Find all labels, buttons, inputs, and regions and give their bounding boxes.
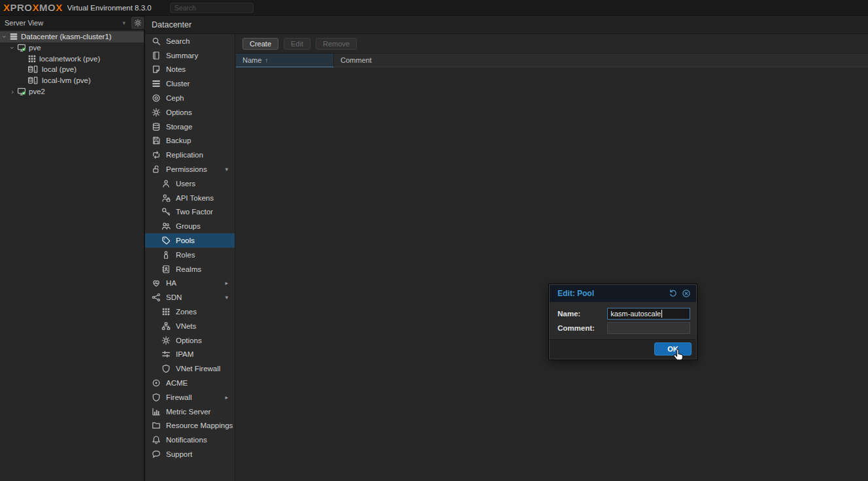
- name-field-label: Name:: [558, 310, 607, 318]
- nav-item-vnet-firewall[interactable]: VNet Firewall: [145, 361, 235, 376]
- tree-expander-icon[interactable]: ›: [9, 88, 16, 95]
- nav-item-label: Resource Mappings: [166, 422, 233, 429]
- nav-item-roles[interactable]: Roles: [145, 248, 235, 262]
- nav-item-label: Pools: [176, 237, 195, 244]
- ipam-icon: [161, 350, 171, 359]
- tree-item[interactable]: localnetwork (pve): [0, 53, 144, 64]
- resource-tree: ›Datacenter (kasm-cluster1)›pvelocalnetw…: [0, 30, 145, 481]
- nav-item-label: Support: [166, 450, 192, 458]
- pools-toolbar: CreateEditRemove: [236, 34, 868, 53]
- nav-item-vnets[interactable]: VNets: [145, 319, 235, 333]
- vnets-icon: [161, 322, 171, 331]
- proxmox-logo: XPROXMOX: [3, 2, 63, 13]
- column-header-label: Name: [242, 56, 261, 64]
- tree-expander-icon[interactable]: ›: [8, 44, 16, 51]
- nav-item-firewall[interactable]: Firewall▸: [145, 390, 235, 405]
- column-header-comment[interactable]: Comment: [334, 54, 868, 67]
- view-selector-bar: Server View ▾: [0, 16, 145, 30]
- nav-item-label: Search: [166, 37, 190, 45]
- options-icon: [152, 108, 161, 117]
- nav-item-label: HA: [166, 279, 176, 287]
- nav-item-resource-mappings[interactable]: Resource Mappings: [145, 419, 235, 433]
- section-title-bar: Datacenter: [145, 16, 868, 34]
- nav-item-search[interactable]: Search: [145, 34, 235, 48]
- chevron-right-icon: ▸: [225, 394, 228, 401]
- nav-item-ipam[interactable]: IPAM: [145, 348, 235, 362]
- nav-item-api-tokens[interactable]: API Tokens: [145, 191, 235, 205]
- support-icon: [152, 450, 161, 459]
- nav-item-label: Backup: [166, 137, 191, 144]
- pools-content: CreateEditRemove Name↑Comment: [236, 34, 868, 481]
- nav-item-notifications[interactable]: Notifications: [145, 433, 235, 447]
- nav-item-label: Cluster: [166, 80, 190, 88]
- brand-letter: PRO: [10, 2, 33, 13]
- product-version-label: Virtual Environment 8.3.0: [67, 4, 152, 12]
- nav-item-permissions[interactable]: Permissions▾: [145, 162, 235, 176]
- nav-item-storage[interactable]: Storage: [145, 120, 235, 134]
- nav-item-backup[interactable]: Backup: [145, 134, 235, 148]
- chevron-down-icon: ▾: [225, 294, 228, 301]
- nav-item-label: Two Factor: [176, 208, 213, 216]
- name-field[interactable]: kasm-autoscale: [607, 308, 690, 320]
- global-search-input[interactable]: [170, 3, 254, 13]
- brand-letter: X: [56, 2, 63, 13]
- tree-item-label: Datacenter (kasm-cluster1): [21, 33, 112, 41]
- user-icon: [161, 179, 171, 188]
- two-factor-icon: [161, 207, 171, 216]
- nav-item-ha[interactable]: HA▸: [145, 276, 235, 291]
- dialog-title-bar[interactable]: Edit: Pool: [550, 285, 696, 302]
- nav-item-users[interactable]: Users: [145, 176, 235, 191]
- tree-settings-button[interactable]: [131, 17, 144, 29]
- name-field-value: kasm-autoscale: [610, 310, 661, 318]
- close-icon[interactable]: [682, 289, 691, 298]
- zones-icon: [161, 307, 171, 316]
- create-button[interactable]: Create: [242, 38, 278, 50]
- nav-item-label: Firewall: [166, 393, 192, 401]
- nav-item-ceph[interactable]: Ceph: [145, 91, 235, 105]
- nav-item-zones[interactable]: Zones: [145, 305, 235, 319]
- column-header-name[interactable]: Name↑: [236, 54, 334, 67]
- nav-item-sdn[interactable]: SDN▾: [145, 290, 235, 305]
- groups-icon: [161, 222, 171, 231]
- nav-item-label: Zones: [176, 308, 197, 316]
- search-icon: [152, 37, 161, 46]
- nav-item-notes[interactable]: Notes: [145, 63, 235, 77]
- nav-item-label: Options: [166, 108, 192, 116]
- undo-icon[interactable]: [669, 289, 678, 298]
- resource-mappings-icon: [152, 421, 161, 430]
- dialog-body: Name: kasm-autoscale Comment:: [550, 302, 696, 339]
- nav-item-label: Replication: [166, 151, 203, 159]
- tree-item-label: pve: [29, 44, 41, 52]
- metric-server-icon: [152, 407, 161, 416]
- tree-item[interactable]: local-lvm (pve): [0, 75, 144, 86]
- comment-field[interactable]: [607, 322, 690, 334]
- firewall-icon: [161, 364, 171, 373]
- nav-item-label: Realms: [176, 265, 201, 273]
- nav-item-label: Notes: [166, 65, 186, 73]
- top-bar: XPROXMOX Virtual Environment 8.3.0: [0, 0, 868, 16]
- nav-item-summary[interactable]: Summary: [145, 48, 235, 63]
- nav-item-options[interactable]: Options: [145, 105, 235, 120]
- nav-item-cluster[interactable]: Cluster: [145, 76, 235, 91]
- nav-item-label: VNets: [176, 322, 196, 330]
- nav-item-groups[interactable]: Groups: [145, 219, 235, 233]
- datacenter-icon: [9, 32, 18, 41]
- chevron-right-icon: ▸: [225, 280, 228, 286]
- tree-item[interactable]: ›pve2: [0, 86, 144, 97]
- nav-item-acme[interactable]: ACME: [145, 376, 235, 390]
- nav-item-realms[interactable]: Realms: [145, 262, 235, 276]
- tree-item[interactable]: ›Datacenter (kasm-cluster1): [0, 31, 144, 42]
- nav-item-pools[interactable]: Pools: [145, 233, 235, 248]
- nav-item-replication[interactable]: Replication: [145, 148, 235, 162]
- tree-item[interactable]: local (pve): [0, 64, 144, 75]
- nav-item-metric-server[interactable]: Metric Server: [145, 405, 235, 419]
- tree-item[interactable]: ›pve: [0, 42, 144, 54]
- nav-item-support[interactable]: Support: [145, 447, 235, 461]
- nav-item-label: SDN: [166, 293, 182, 301]
- pools-icon: [161, 236, 171, 245]
- nav-item-options[interactable]: Options: [145, 333, 235, 348]
- storage-drive-icon: [27, 65, 39, 74]
- view-selector-dropdown[interactable]: Server View ▾: [1, 17, 129, 29]
- nav-item-two-factor[interactable]: Two Factor: [145, 205, 235, 220]
- tree-expander-icon[interactable]: ›: [1, 33, 8, 40]
